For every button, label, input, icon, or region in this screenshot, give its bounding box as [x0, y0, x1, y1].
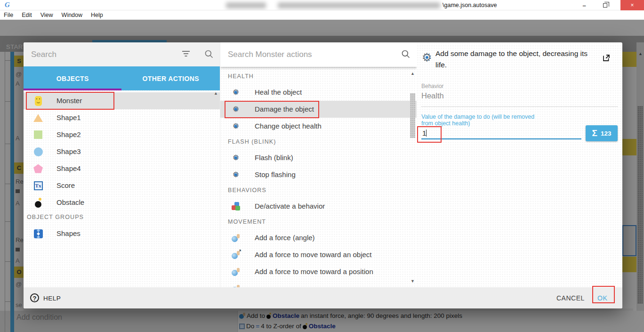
object-row-shape4[interactable]: Shape4	[24, 160, 220, 177]
behavior-label: Behavior	[421, 83, 443, 89]
behavior-action-icon	[232, 202, 240, 211]
behavior-value: Health	[421, 91, 444, 100]
help-button[interactable]: HELP	[43, 295, 61, 302]
group-row-shapes[interactable]: Shapes	[24, 225, 220, 242]
open-in-new-icon[interactable]	[602, 54, 611, 62]
section-header-flash: FLASH (BLINK)	[228, 138, 276, 145]
gdevelop-logo-icon: G	[5, 1, 10, 9]
search-icon[interactable]	[204, 49, 214, 59]
action-row-force-toward-object[interactable]: ↗ Add a force to move toward an object	[220, 246, 417, 263]
cancel-button[interactable]: CANCEL	[556, 294, 585, 302]
parameter-label: Value of the damage to do (will be remov…	[421, 114, 546, 127]
action-row-partial[interactable]	[220, 280, 417, 287]
action-row-heal[interactable]: ⚙ Heal the object	[220, 84, 417, 101]
force-toward-object-icon: ↗	[232, 251, 240, 259]
menu-window[interactable]: Window	[62, 12, 87, 18]
scrollbar-thumb[interactable]	[410, 93, 415, 138]
scroll-down-icon[interactable]: ▼	[411, 279, 415, 283]
tab-other-actions[interactable]: OTHER ACTIONS	[122, 66, 220, 90]
scroll-up-icon[interactable]: ▲	[411, 72, 415, 76]
damage-action-icon: ⚙	[422, 51, 432, 64]
action-editor-dialog: OBJECTS OTHER ACTIONS ▲ Monster Shape1 S…	[24, 42, 622, 308]
expression-editor-button[interactable]: Σ 123	[586, 125, 618, 141]
action-row-deactivate-behavior[interactable]: De/activate a behavior	[220, 198, 417, 215]
action-search-input[interactable]	[228, 49, 383, 61]
action-row-flash[interactable]: ⚙ Flash (blink)	[220, 149, 417, 166]
app-window: G \game.json.autosave – × File Edit View…	[0, 0, 644, 332]
search-icon[interactable]	[401, 49, 411, 59]
health-action-icon: ⚙	[233, 89, 239, 96]
action-search-bar	[220, 42, 417, 67]
square-icon	[34, 130, 42, 139]
monster-icon	[35, 96, 42, 106]
help-icon[interactable]: ?	[30, 293, 39, 302]
restore-button[interactable]	[599, 0, 611, 10]
dialog-footer: ? HELP CANCEL OK	[24, 287, 622, 308]
force-toward-position-icon	[232, 267, 240, 276]
action-details-column: ⚙ Add some damage to the object, decreas…	[417, 42, 622, 287]
triangle-icon	[33, 114, 43, 122]
menu-edit[interactable]: Edit	[22, 12, 37, 18]
tab-objects[interactable]: OBJECTS	[24, 66, 122, 90]
restore-icon	[603, 3, 607, 8]
object-tabs: OBJECTS OTHER ACTIONS	[24, 66, 220, 90]
minimize-button[interactable]: –	[578, 0, 590, 10]
menu-bar: File Edit View Window Help	[0, 10, 644, 20]
flash-action-icon: ⚙	[233, 171, 239, 178]
text-object-icon: Tx	[34, 181, 43, 190]
object-search-bar	[24, 42, 220, 66]
object-row-monster[interactable]: Monster	[24, 92, 220, 109]
flash-action-icon: ⚙	[233, 154, 239, 162]
pentagon-icon	[33, 164, 43, 173]
actions-column: HEALTH ⚙ Heal the object ⚙ Damage the ob…	[220, 42, 417, 287]
action-row-add-force-angle[interactable]: Add a force (angle)	[220, 229, 417, 246]
menu-view[interactable]: View	[40, 12, 58, 18]
ok-button[interactable]: OK	[597, 294, 607, 302]
action-row-change-health[interactable]: ⚙ Change object health	[220, 118, 417, 135]
object-search-input[interactable]	[31, 49, 172, 61]
object-row-score[interactable]: Tx Score	[24, 177, 220, 194]
title-bar: G \game.json.autosave – ×	[0, 0, 644, 10]
menu-help[interactable]: Help	[91, 12, 108, 18]
parameter-value-field[interactable]: 1	[422, 129, 427, 137]
redacted-path-blur	[226, 2, 266, 8]
health-action-icon: ⚙	[233, 122, 239, 130]
object-row-shape3[interactable]: Shape3	[24, 143, 220, 160]
action-row-stop-flashing[interactable]: ⚙ Stop flashing	[220, 166, 417, 183]
scroll-up-icon[interactable]: ▲	[214, 91, 218, 96]
section-header-movement: MOVEMENT	[228, 219, 266, 225]
circle-icon	[34, 147, 43, 156]
action-description: Add some damage to the object, decreasin…	[435, 48, 593, 71]
section-header-behaviors: BEHAVIORS	[228, 187, 266, 194]
object-row-obstacle[interactable]: Obstacle	[24, 194, 220, 211]
sigma-icon: Σ	[592, 128, 597, 138]
text-cursor	[426, 130, 427, 137]
action-row-damage[interactable]: ⚙ Damage the object	[220, 101, 417, 118]
objects-list: Monster Shape1 Shape2 Shape3 Shape4	[24, 90, 220, 287]
menu-file[interactable]: File	[4, 12, 18, 18]
object-row-shape1[interactable]: Shape1	[24, 109, 220, 126]
redacted-path-blur	[278, 2, 440, 8]
object-group-icon	[34, 229, 43, 238]
objects-column: OBJECTS OTHER ACTIONS ▲ Monster Shape1 S…	[24, 42, 220, 287]
force-action-icon	[232, 234, 240, 242]
object-groups-header: OBJECT GROUPS	[27, 214, 84, 220]
object-row-shape2[interactable]: Shape2	[24, 126, 220, 143]
bomb-icon	[34, 198, 42, 208]
window-title: \game.json.autosave	[443, 2, 497, 8]
section-header-health: HEALTH	[228, 73, 254, 80]
filter-icon[interactable]	[182, 51, 190, 57]
close-button[interactable]: ×	[620, 0, 644, 10]
action-row-force-toward-position[interactable]: Add a force to move toward a position	[220, 263, 417, 280]
health-action-icon: ⚙	[233, 105, 239, 113]
